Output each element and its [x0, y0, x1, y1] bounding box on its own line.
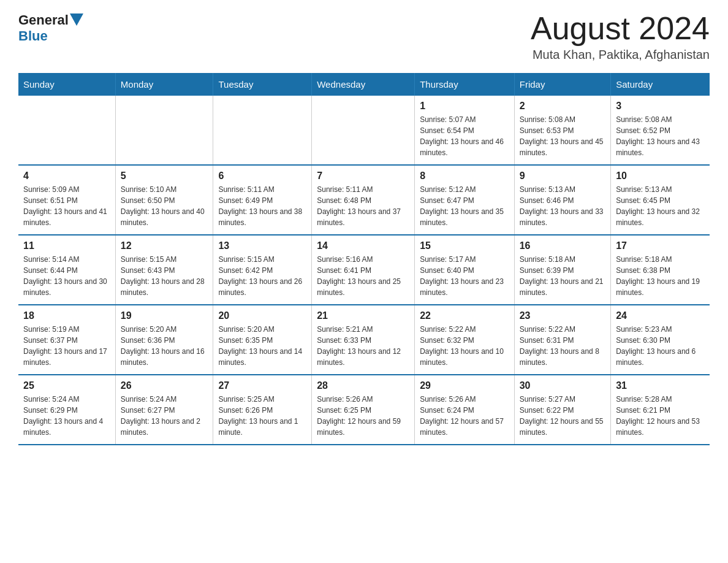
- table-row: 16Sunrise: 5:18 AM Sunset: 6:39 PM Dayli…: [514, 235, 610, 305]
- table-row: 3Sunrise: 5:08 AM Sunset: 6:52 PM Daylig…: [611, 96, 710, 165]
- day-info: Sunrise: 5:23 AM Sunset: 6:30 PM Dayligh…: [616, 324, 705, 368]
- day-info: Sunrise: 5:07 AM Sunset: 6:54 PM Dayligh…: [420, 114, 509, 158]
- day-number: 22: [420, 310, 509, 321]
- day-info: Sunrise: 5:22 AM Sunset: 6:32 PM Dayligh…: [420, 324, 509, 368]
- day-number: 15: [420, 240, 509, 251]
- page-header: General Blue August 2024 Muta Khan, Pakt…: [18, 12, 710, 62]
- calendar-header-row: Sunday Monday Tuesday Wednesday Thursday…: [18, 73, 710, 96]
- day-info: Sunrise: 5:18 AM Sunset: 6:39 PM Dayligh…: [520, 254, 605, 298]
- logo: General Blue: [18, 12, 83, 44]
- table-row: 30Sunrise: 5:27 AM Sunset: 6:22 PM Dayli…: [514, 375, 610, 445]
- table-row: 5Sunrise: 5:10 AM Sunset: 6:50 PM Daylig…: [115, 165, 213, 235]
- table-row: 18Sunrise: 5:19 AM Sunset: 6:37 PM Dayli…: [18, 305, 115, 375]
- table-row: 1Sunrise: 5:07 AM Sunset: 6:54 PM Daylig…: [415, 96, 515, 165]
- day-info: Sunrise: 5:14 AM Sunset: 6:44 PM Dayligh…: [23, 254, 110, 298]
- table-row: 15Sunrise: 5:17 AM Sunset: 6:40 PM Dayli…: [415, 235, 515, 305]
- table-row: 9Sunrise: 5:13 AM Sunset: 6:46 PM Daylig…: [514, 165, 610, 235]
- day-info: Sunrise: 5:22 AM Sunset: 6:31 PM Dayligh…: [520, 324, 605, 368]
- logo-blue-text: Blue: [18, 28, 48, 44]
- table-row: 27Sunrise: 5:25 AM Sunset: 6:26 PM Dayli…: [213, 375, 312, 445]
- table-row: 7Sunrise: 5:11 AM Sunset: 6:48 PM Daylig…: [312, 165, 415, 235]
- day-info: Sunrise: 5:11 AM Sunset: 6:49 PM Dayligh…: [218, 184, 306, 228]
- table-row: 28Sunrise: 5:26 AM Sunset: 6:25 PM Dayli…: [312, 375, 415, 445]
- header-thursday: Thursday: [415, 73, 515, 96]
- calendar-week-row: 25Sunrise: 5:24 AM Sunset: 6:29 PM Dayli…: [18, 375, 710, 445]
- calendar-week-row: 1Sunrise: 5:07 AM Sunset: 6:54 PM Daylig…: [18, 96, 710, 165]
- table-row: 19Sunrise: 5:20 AM Sunset: 6:36 PM Dayli…: [115, 305, 213, 375]
- day-number: 30: [520, 380, 605, 391]
- calendar-week-row: 4Sunrise: 5:09 AM Sunset: 6:51 PM Daylig…: [18, 165, 710, 235]
- day-number: 5: [121, 170, 208, 182]
- table-row: 23Sunrise: 5:22 AM Sunset: 6:31 PM Dayli…: [514, 305, 610, 375]
- day-number: 24: [616, 310, 705, 321]
- table-row: 6Sunrise: 5:11 AM Sunset: 6:49 PM Daylig…: [213, 165, 312, 235]
- table-row: [18, 96, 115, 165]
- day-number: 7: [317, 170, 409, 182]
- calendar-table: Sunday Monday Tuesday Wednesday Thursday…: [18, 73, 710, 445]
- day-info: Sunrise: 5:08 AM Sunset: 6:53 PM Dayligh…: [520, 114, 605, 158]
- table-row: 8Sunrise: 5:12 AM Sunset: 6:47 PM Daylig…: [415, 165, 515, 235]
- table-row: 13Sunrise: 5:15 AM Sunset: 6:42 PM Dayli…: [213, 235, 312, 305]
- day-info: Sunrise: 5:19 AM Sunset: 6:37 PM Dayligh…: [23, 324, 110, 368]
- table-row: 17Sunrise: 5:18 AM Sunset: 6:38 PM Dayli…: [611, 235, 710, 305]
- day-number: 1: [420, 101, 509, 112]
- table-row: 22Sunrise: 5:22 AM Sunset: 6:32 PM Dayli…: [415, 305, 515, 375]
- header-tuesday: Tuesday: [213, 73, 312, 96]
- table-row: [213, 96, 312, 165]
- header-sunday: Sunday: [18, 73, 115, 96]
- day-number: 28: [317, 380, 409, 391]
- table-row: 21Sunrise: 5:21 AM Sunset: 6:33 PM Dayli…: [312, 305, 415, 375]
- calendar-week-row: 18Sunrise: 5:19 AM Sunset: 6:37 PM Dayli…: [18, 305, 710, 375]
- header-friday: Friday: [514, 73, 610, 96]
- day-info: Sunrise: 5:18 AM Sunset: 6:38 PM Dayligh…: [616, 254, 705, 298]
- day-number: 10: [616, 170, 705, 182]
- day-number: 31: [616, 380, 705, 391]
- logo-general-text: General: [18, 12, 69, 28]
- table-row: 10Sunrise: 5:13 AM Sunset: 6:45 PM Dayli…: [611, 165, 710, 235]
- day-number: 2: [520, 101, 605, 112]
- day-info: Sunrise: 5:15 AM Sunset: 6:42 PM Dayligh…: [218, 254, 306, 298]
- day-number: 27: [218, 380, 306, 391]
- day-number: 12: [121, 240, 208, 251]
- day-info: Sunrise: 5:20 AM Sunset: 6:36 PM Dayligh…: [121, 324, 208, 368]
- table-row: 25Sunrise: 5:24 AM Sunset: 6:29 PM Dayli…: [18, 375, 115, 445]
- table-row: 20Sunrise: 5:20 AM Sunset: 6:35 PM Dayli…: [213, 305, 312, 375]
- day-number: 6: [218, 170, 306, 182]
- header-saturday: Saturday: [611, 73, 710, 96]
- day-info: Sunrise: 5:11 AM Sunset: 6:48 PM Dayligh…: [317, 184, 409, 228]
- calendar-title: August 2024: [531, 12, 710, 44]
- table-row: 14Sunrise: 5:16 AM Sunset: 6:41 PM Dayli…: [312, 235, 415, 305]
- table-row: [115, 96, 213, 165]
- day-number: 16: [520, 240, 605, 251]
- logo-icon: [69, 13, 83, 27]
- table-row: 29Sunrise: 5:26 AM Sunset: 6:24 PM Dayli…: [415, 375, 515, 445]
- table-row: 4Sunrise: 5:09 AM Sunset: 6:51 PM Daylig…: [18, 165, 115, 235]
- day-number: 17: [616, 240, 705, 251]
- day-info: Sunrise: 5:12 AM Sunset: 6:47 PM Dayligh…: [420, 184, 509, 228]
- day-info: Sunrise: 5:15 AM Sunset: 6:43 PM Dayligh…: [121, 254, 208, 298]
- day-number: 4: [23, 170, 110, 182]
- day-info: Sunrise: 5:17 AM Sunset: 6:40 PM Dayligh…: [420, 254, 509, 298]
- calendar-subtitle: Muta Khan, Paktika, Afghanistan: [531, 48, 710, 62]
- day-info: Sunrise: 5:25 AM Sunset: 6:26 PM Dayligh…: [218, 394, 306, 438]
- day-number: 18: [23, 310, 110, 321]
- day-info: Sunrise: 5:26 AM Sunset: 6:25 PM Dayligh…: [317, 394, 409, 438]
- day-info: Sunrise: 5:16 AM Sunset: 6:41 PM Dayligh…: [317, 254, 409, 298]
- day-number: 13: [218, 240, 306, 251]
- day-number: 8: [420, 170, 509, 182]
- day-number: 29: [420, 380, 509, 391]
- day-number: 9: [520, 170, 605, 182]
- table-row: 26Sunrise: 5:24 AM Sunset: 6:27 PM Dayli…: [115, 375, 213, 445]
- day-info: Sunrise: 5:20 AM Sunset: 6:35 PM Dayligh…: [218, 324, 306, 368]
- day-info: Sunrise: 5:08 AM Sunset: 6:52 PM Dayligh…: [616, 114, 705, 158]
- day-info: Sunrise: 5:13 AM Sunset: 6:45 PM Dayligh…: [616, 184, 705, 228]
- day-number: 25: [23, 380, 110, 391]
- table-row: [312, 96, 415, 165]
- day-info: Sunrise: 5:24 AM Sunset: 6:27 PM Dayligh…: [121, 394, 208, 438]
- day-info: Sunrise: 5:13 AM Sunset: 6:46 PM Dayligh…: [520, 184, 605, 228]
- title-block: August 2024 Muta Khan, Paktika, Afghanis…: [531, 12, 710, 62]
- day-number: 14: [317, 240, 409, 251]
- day-number: 3: [616, 101, 705, 112]
- day-number: 19: [121, 310, 208, 321]
- day-number: 23: [520, 310, 605, 321]
